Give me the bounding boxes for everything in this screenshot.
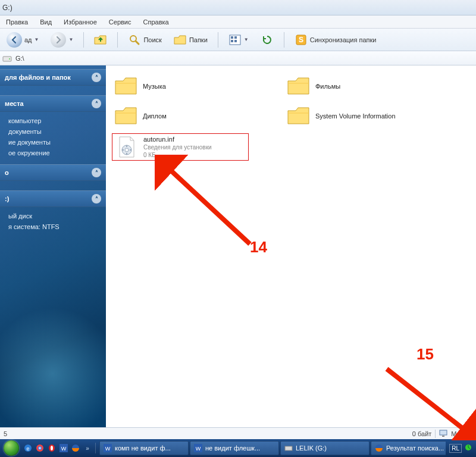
address-text[interactable]: G:\ <box>15 55 24 62</box>
toolbar: ад ▼ ▼ Поиск Папки ▼ <box>0 29 476 51</box>
menu-edit[interactable]: Правка <box>0 18 34 26</box>
taskbar-item-label: не видит флешк... <box>205 445 260 452</box>
search-icon <box>128 33 141 46</box>
ql-chevron-icon[interactable]: » <box>82 443 93 453</box>
sidebar-item: я система: NTFS <box>0 221 106 232</box>
views-button[interactable]: ▼ <box>224 32 253 48</box>
sidebar-item[interactable]: ие документы <box>0 137 106 148</box>
svg-text:W: W <box>196 446 201 452</box>
chevron-up-icon[interactable]: ˄ <box>92 168 101 177</box>
file-name: Фильмы <box>315 83 340 90</box>
sidebar-section-disk[interactable]: :) ˄ <box>0 190 106 207</box>
quick-launch: e W » <box>23 443 96 453</box>
folder-item[interactable]: System Volume Information <box>284 104 433 129</box>
search-label: Поиск <box>143 36 161 43</box>
sidebar-disk-body: ый диск я система: NTFS <box>0 207 106 238</box>
file-name: Диплом <box>143 112 167 120</box>
chevron-down-icon[interactable]: ▼ <box>68 37 73 42</box>
svg-rect-5 <box>231 40 233 42</box>
taskbar-item[interactable]: W не видит флешк... <box>190 441 279 455</box>
menu-view[interactable]: Вид <box>34 18 58 26</box>
taskbar-item-label: комп не видит ф... <box>115 445 171 452</box>
file-pane[interactable]: Музыка Фильмы Диплом System Volume Infor… <box>106 65 476 427</box>
taskbar-item[interactable]: W комп не видит ф... <box>99 441 189 455</box>
chevron-down-icon[interactable]: ▼ <box>244 37 249 42</box>
status-size: 0 байт <box>412 430 432 437</box>
up-button[interactable] <box>90 32 111 48</box>
menu-favorites[interactable]: Избранное <box>58 18 103 26</box>
back-button[interactable]: ад ▼ <box>2 30 43 49</box>
menu-help[interactable]: Справка <box>137 18 175 26</box>
sidebar-item[interactable]: документы <box>0 126 106 137</box>
chevron-down-icon[interactable]: ▼ <box>35 37 39 42</box>
taskbar-item[interactable]: LELIK (G:) <box>280 441 369 455</box>
folder-up-icon <box>94 33 107 46</box>
taskbar-tasks: W комп не видит ф... W не видит флешк...… <box>97 441 446 455</box>
sidebar-section-label: места <box>5 100 24 107</box>
back-label: ад <box>24 36 32 43</box>
folder-icon <box>174 33 187 46</box>
ql-word-icon[interactable]: W <box>58 443 69 453</box>
chevron-up-icon[interactable]: ˄ <box>92 194 101 204</box>
folder-item[interactable]: Музыка <box>112 74 261 99</box>
views-icon <box>228 33 242 46</box>
svg-rect-13 <box>440 430 447 435</box>
taskbar-item[interactable]: Результат поиска... <box>371 441 446 455</box>
sidebar-item[interactable]: ое окружение <box>0 148 106 158</box>
svg-text:e: e <box>26 446 29 452</box>
chevron-up-icon[interactable]: ˄ <box>92 99 101 108</box>
system-tray: RL <box>447 443 475 453</box>
ql-chrome-icon[interactable] <box>35 443 45 453</box>
menu-tools[interactable]: Сервис <box>103 18 137 26</box>
tray-icon[interactable] <box>464 443 472 453</box>
icon-grid: Музыка Фильмы Диплом System Volume Infor… <box>112 74 470 161</box>
svg-rect-14 <box>442 436 444 437</box>
svg-rect-6 <box>234 40 237 42</box>
status-count: 5 <box>4 430 7 437</box>
sidebar-section-details[interactable]: о ˄ <box>0 164 106 181</box>
sidebar-section-tasks[interactable]: для файлов и папок ˄ <box>0 69 106 86</box>
inf-file-icon <box>115 136 139 158</box>
folder-item[interactable]: Фильмы <box>284 74 433 99</box>
chevron-up-icon[interactable]: ˄ <box>92 73 101 82</box>
ql-opera-icon[interactable] <box>46 443 57 453</box>
sidebar-places-body: компьютер документы ие документы ое окру… <box>0 112 106 164</box>
svg-rect-3 <box>231 36 233 39</box>
ql-firefox-icon[interactable] <box>70 443 81 453</box>
forward-button[interactable]: ▼ <box>46 30 77 49</box>
refresh-button[interactable] <box>256 32 278 48</box>
drive-icon <box>2 54 12 63</box>
file-item-selected[interactable]: autorun.inf Сведения для установки 0 КБ <box>112 133 249 161</box>
svg-point-10 <box>9 58 10 60</box>
sidebar-item: ый диск <box>0 211 106 221</box>
start-button[interactable] <box>4 440 19 456</box>
separator <box>284 32 284 48</box>
folder-icon <box>114 105 138 127</box>
word-icon: W <box>104 444 112 452</box>
folder-item[interactable]: Диплом <box>112 104 261 129</box>
sync-label: Синхронизация папки <box>310 36 377 43</box>
menu-bar: Правка Вид Избранное Сервис Справка <box>0 15 476 29</box>
taskbar-item-label: LELIK (G:) <box>296 445 327 452</box>
taskbar-item-label: Результат поиска... <box>386 445 444 452</box>
folders-button[interactable]: Папки <box>170 32 212 48</box>
svg-line-1 <box>136 41 139 44</box>
language-indicator[interactable]: RL <box>449 444 462 453</box>
window-title: G:) <box>2 4 12 12</box>
sidebar-item[interactable]: компьютер <box>0 115 106 126</box>
arrow-left-icon <box>7 32 22 48</box>
drive-icon <box>284 444 293 452</box>
sidebar: для файлов и папок ˄ места ˄ компьютер д… <box>0 65 106 427</box>
sidebar-section-places[interactable]: места ˄ <box>0 95 106 112</box>
arrow-right-icon <box>51 32 66 48</box>
taskbar: e W » W комп не видит ф... W не видит фл… <box>0 439 476 457</box>
folders-label: Папки <box>189 36 208 43</box>
search-button[interactable]: Поиск <box>124 32 165 48</box>
folder-icon <box>114 75 138 98</box>
file-size: 0 КБ <box>143 151 212 159</box>
ql-ie-icon[interactable]: e <box>23 443 33 453</box>
svg-text:W: W <box>105 446 111 452</box>
main-area: для файлов и папок ˄ места ˄ компьютер д… <box>0 65 476 427</box>
sidebar-section-label: :) <box>5 195 9 202</box>
sync-button[interactable]: S Синхронизация папки <box>290 32 381 48</box>
